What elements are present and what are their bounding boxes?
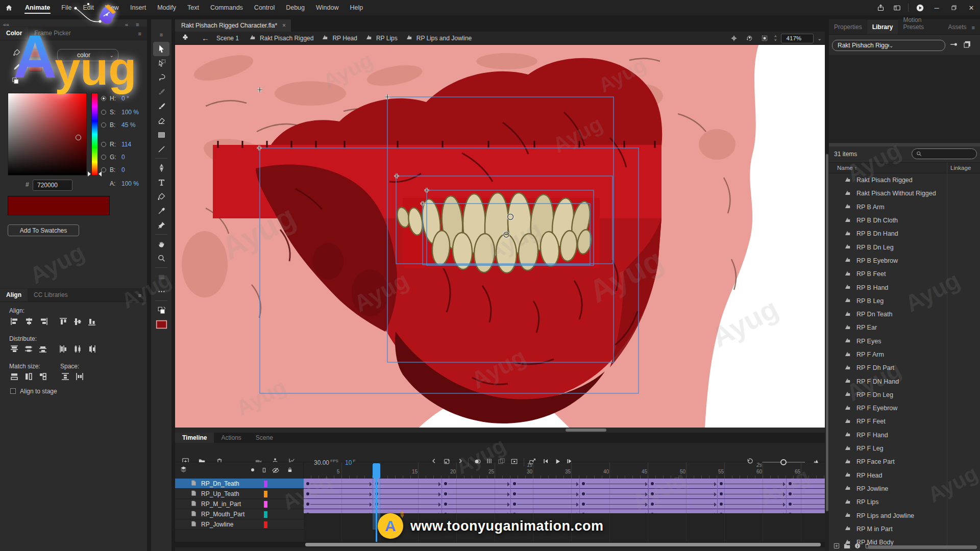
keyframe-dot[interactable] — [444, 503, 447, 506]
dist-center-h-button[interactable] — [71, 344, 84, 354]
saturation-brightness-picker[interactable] — [8, 93, 87, 176]
layer-name[interactable]: RP_Dn_Teath — [201, 480, 239, 487]
workspace-icon[interactable] — [889, 0, 905, 15]
selection-tool[interactable] — [153, 42, 169, 56]
menu-commands[interactable]: Commands — [205, 0, 249, 15]
keyframe-dot[interactable] — [582, 482, 585, 485]
dist-center-v-button[interactable] — [22, 344, 35, 354]
layer-RP_M_in_Part[interactable]: RP_M_in_Part — [175, 499, 304, 509]
library-item[interactable]: RP F Dh Part — [829, 361, 980, 374]
playhead[interactable] — [373, 463, 380, 479]
library-item[interactable]: RP B Dn Leg — [829, 240, 980, 254]
timeline-horizontal-scrollbar[interactable] — [175, 542, 825, 547]
eyedropper-tool[interactable] — [153, 204, 169, 218]
stage-scroll-thumb[interactable] — [566, 429, 606, 432]
library-vertical-scrollbar[interactable] — [825, 153, 829, 551]
space-horizontal-button[interactable] — [74, 371, 86, 382]
radio-icon[interactable] — [101, 96, 106, 101]
color-type-dropdown[interactable]: color⌄ — [57, 49, 118, 61]
rectangle-tool[interactable] — [153, 128, 169, 142]
tab-library[interactable]: Library — [867, 20, 898, 34]
library-item[interactable]: RP B Arm — [829, 201, 980, 214]
back-arrow-icon[interactable]: ← — [202, 34, 209, 42]
keyframe-dot[interactable] — [720, 503, 723, 506]
pen-tool[interactable] — [153, 161, 169, 175]
test-movie-icon[interactable] — [912, 0, 928, 15]
share-icon[interactable] — [872, 0, 889, 15]
library-item[interactable]: RP B Eyebrow — [829, 254, 980, 267]
close-tab-icon[interactable]: × — [282, 22, 286, 29]
swatch-tool[interactable] — [153, 270, 169, 284]
tools-menu-icon[interactable]: ≡ — [160, 32, 163, 38]
column-linkage[interactable]: Linkage — [950, 165, 971, 171]
radio-icon[interactable] — [101, 142, 106, 147]
minimize-button[interactable]: ─ — [928, 0, 945, 15]
radio-icon[interactable] — [101, 155, 106, 160]
lasso-tool[interactable] — [153, 70, 169, 85]
library-item[interactable]: RP F DN Hand — [829, 374, 980, 388]
library-item[interactable]: RP Lips — [829, 495, 980, 509]
keyframe-dot[interactable] — [789, 492, 792, 495]
brush-tool[interactable] — [153, 99, 169, 113]
hue-slider[interactable] — [91, 93, 98, 176]
layer-color-chip[interactable] — [264, 501, 267, 508]
column-name[interactable]: Name ↑ — [837, 165, 857, 171]
stroke-color-swatch[interactable] — [29, 63, 42, 71]
align-right-button[interactable] — [37, 316, 49, 327]
match-height-button[interactable] — [22, 371, 35, 382]
fill-color-tool[interactable] — [153, 317, 169, 332]
pin-library-icon[interactable] — [949, 40, 959, 51]
keyframe-dot[interactable] — [444, 492, 447, 495]
dist-top-button[interactable] — [8, 344, 20, 354]
empty-frames-grid[interactable] — [304, 513, 825, 542]
library-item[interactable]: RP B Leg — [829, 294, 980, 308]
timeline-tab-scene[interactable]: Scene — [249, 433, 280, 443]
tween-span-row[interactable] — [304, 489, 825, 499]
hide-layers-icon[interactable] — [272, 466, 280, 477]
library-item[interactable]: RP F Arm — [829, 348, 980, 361]
lock-layers-icon[interactable] — [286, 466, 293, 475]
breadcrumb-item[interactable]: RP Lips — [365, 34, 398, 42]
library-item[interactable]: RP B Dn Hand — [829, 227, 980, 240]
color-panel-menu-icon[interactable]: ≡ — [138, 31, 142, 37]
restore-button[interactable] — [945, 0, 963, 15]
keyframe-dot[interactable] — [720, 492, 723, 495]
menu-help[interactable]: Help — [344, 0, 369, 15]
keyframe-dot[interactable] — [651, 482, 654, 485]
space-vertical-button[interactable] — [59, 371, 71, 382]
keyframe-dot[interactable] — [720, 482, 723, 485]
add-to-swatches-button[interactable]: Add To Swatches — [8, 224, 79, 236]
library-document-dropdown[interactable]: Rakt Pishach Rigged Character.fla⌄ — [832, 40, 945, 51]
match-width-button[interactable] — [8, 371, 20, 382]
library-item[interactable]: Rakt Pisach Without Rigged — [829, 187, 980, 200]
color-value-b[interactable]: B:45 % — [101, 121, 135, 129]
align-panel-menu-icon[interactable]: ≡ — [138, 292, 142, 298]
close-button[interactable]: ✕ — [963, 0, 980, 15]
keyframe-dot[interactable] — [651, 492, 654, 495]
menu-edit[interactable]: Edit — [77, 0, 100, 15]
library-item[interactable]: RP F Eyebrow — [829, 402, 980, 415]
fill-color-swatch[interactable] — [29, 49, 42, 57]
swap-colors-tool[interactable] — [153, 303, 169, 317]
align-left-button[interactable] — [8, 316, 20, 327]
library-item[interactable]: RP Eyes — [829, 335, 980, 348]
library-search-input[interactable] — [912, 148, 977, 159]
stroke-pencil-icon[interactable] — [12, 62, 21, 73]
align-bottom-button[interactable] — [86, 316, 98, 327]
menu-view[interactable]: View — [100, 0, 125, 15]
timeline-scroll-thumb[interactable] — [305, 543, 821, 546]
breadcrumb-item[interactable]: Rakt Pisach Rigged — [249, 34, 313, 42]
layer-RP_Dn_Teath[interactable]: RP_Dn_Teath — [175, 479, 304, 489]
overlap-swatch-icon[interactable] — [11, 77, 19, 87]
subselection-tool[interactable] — [153, 56, 169, 70]
new-folder-icon[interactable] — [843, 542, 851, 551]
library-item[interactable]: RP Ear — [829, 321, 980, 334]
radio-icon[interactable] — [101, 167, 106, 172]
hand-tool[interactable] — [153, 237, 169, 251]
library-item[interactable]: RP B Hand — [829, 281, 980, 294]
stage-canvas[interactable] — [175, 45, 825, 428]
library-splitter[interactable] — [829, 143, 980, 146]
layer-name[interactable]: RP_Up_Teath — [201, 490, 239, 497]
dist-left-button[interactable] — [57, 344, 69, 354]
rotate-view-icon[interactable] — [744, 34, 755, 42]
